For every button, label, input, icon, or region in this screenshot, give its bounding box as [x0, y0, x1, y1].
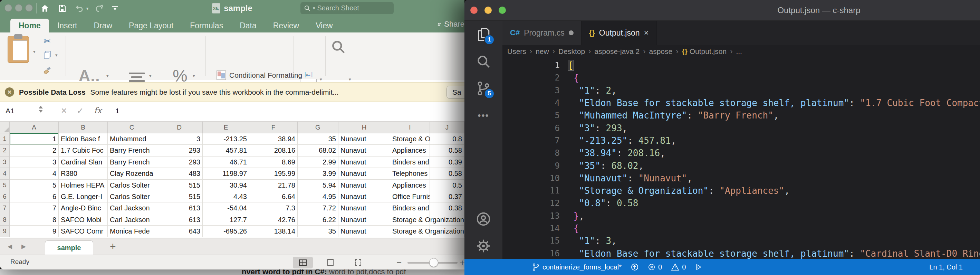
page-break-view-button[interactable] [348, 257, 368, 269]
name-box-stepper[interactable] [39, 106, 43, 113]
cell-J3[interactable]: 0.39 [430, 156, 465, 168]
account-icon[interactable] [475, 211, 492, 227]
cells-dropdown-caret[interactable]: ▾ [320, 77, 322, 82]
cell-F6[interactable]: 6.64 [249, 191, 298, 202]
cell-A3[interactable]: 3 [10, 156, 59, 168]
cell-F5[interactable]: 21.78 [249, 180, 298, 191]
column-header-H[interactable]: H [339, 122, 390, 134]
cell-E3[interactable]: 46.71 [203, 156, 249, 168]
code-line-11[interactable]: 11 "Storage & Organization": "Appliances… [503, 184, 980, 197]
alignment-dropdown-caret[interactable]: ▾ [149, 73, 151, 78]
cell-E4[interactable]: 1198.97 [203, 168, 249, 179]
cell-A5[interactable]: 5 [10, 180, 59, 191]
search-sheet-box[interactable]: ▾ [301, 2, 394, 14]
debug-status-item[interactable] [695, 263, 702, 271]
cell-G7[interactable]: 7.72 [298, 202, 339, 214]
undo-dropdown-caret[interactable]: ▾ [84, 3, 90, 13]
cell-F1[interactable]: 38.94 [249, 134, 298, 145]
cell-B7[interactable]: Angle-D Binc [59, 202, 108, 214]
conditional-formatting-button[interactable]: Conditional Formatting ▾ [216, 70, 308, 80]
cell-H9[interactable]: Nunavut [339, 226, 390, 237]
cancel-icon[interactable]: ✕ [61, 107, 67, 115]
editing-dropdown-caret[interactable]: ▾ [349, 77, 351, 82]
font-dropdown-caret[interactable]: ▾ [107, 73, 109, 78]
cell-I8[interactable]: Storage & Organization [390, 214, 430, 226]
modified-dot-icon[interactable] [569, 30, 574, 35]
code-editor[interactable]: 1[2 {3 "1": 2,4 "Eldon Base for stackabl… [503, 58, 980, 259]
search-input[interactable] [317, 4, 383, 12]
code-line-7[interactable]: 7 "-213.25": 457.81, [503, 134, 980, 147]
cell-D4[interactable]: 483 [156, 168, 203, 179]
save-icon[interactable] [57, 3, 67, 13]
zoom-slider-knob[interactable] [429, 258, 438, 267]
cell-C5[interactable]: Carlos Solter [108, 180, 156, 191]
cell-I9[interactable]: Storage & Organization [390, 226, 430, 237]
insert-function-icon[interactable]: fx [94, 106, 102, 115]
close-window-button[interactable] [5, 4, 12, 12]
search-icon[interactable] [475, 53, 492, 70]
tab-output-json[interactable]: {} Output.json × [582, 21, 657, 45]
cell-A2[interactable]: 2 [10, 145, 59, 156]
close-tab-icon[interactable]: × [644, 28, 649, 38]
cell-G5[interactable]: 5.94 [298, 180, 339, 191]
add-sheet-button[interactable]: + [110, 240, 116, 252]
cell-H5[interactable]: Nunavut [339, 180, 390, 191]
code-line-4[interactable]: 4 "Eldon Base for stackable storage shel… [503, 97, 980, 109]
cell-F9[interactable]: 138.14 [249, 226, 298, 237]
cell-D5[interactable]: 515 [156, 180, 203, 191]
formula-input[interactable]: 1 [115, 107, 119, 115]
cell-C6[interactable]: Carlos Solter [108, 191, 156, 202]
redo-icon[interactable] [94, 3, 104, 13]
minimize-window-button[interactable] [484, 6, 492, 14]
cell-B2[interactable]: 1.7 Cubic Foc [59, 145, 108, 156]
page-layout-view-button[interactable] [320, 257, 340, 269]
code-line-9[interactable]: 9 "35": 68.02, [503, 159, 980, 172]
cell-D2[interactable]: 293 [156, 145, 203, 156]
cell-C7[interactable]: Carl Jackson [108, 202, 156, 214]
cell-A7[interactable]: 7 [10, 202, 59, 214]
cell-B6[interactable]: G.E. Longer-I [59, 191, 108, 202]
cell-A4[interactable]: 4 [10, 168, 59, 179]
code-line-13[interactable]: 13 }, [503, 210, 980, 222]
zoom-out-button[interactable]: − [396, 258, 402, 268]
tab-program-cs[interactable]: C# Program.cs [503, 21, 582, 45]
name-box[interactable]: A1 [6, 107, 14, 115]
breadcrumb-item[interactable]: Users [507, 47, 526, 56]
cell-G1[interactable]: 35 [298, 134, 339, 145]
errors-status-item[interactable]: 0 [648, 263, 662, 271]
minimize-window-button[interactable] [15, 4, 22, 12]
prev-sheet-arrow[interactable]: ◀ [8, 243, 12, 250]
cell-I5[interactable]: Appliances [390, 180, 430, 191]
column-header-C[interactable]: C [108, 122, 156, 134]
cell-F4[interactable]: 195.99 [249, 168, 298, 179]
ribbon-tab-page-layout[interactable]: Page Layout [121, 19, 181, 32]
next-sheet-arrow[interactable]: ▶ [21, 243, 26, 250]
cell-J6[interactable]: 0.37 [430, 191, 465, 202]
zoom-window-button[interactable] [499, 6, 506, 14]
cell-J4[interactable]: 0.58 [430, 168, 465, 179]
sheet-tab-sample[interactable]: sample [45, 240, 93, 255]
zoom-in-button[interactable]: + [460, 258, 465, 268]
editing-icon[interactable] [329, 38, 347, 56]
publish-status-item[interactable] [630, 263, 639, 271]
accept-icon[interactable]: ✓ [77, 106, 84, 116]
ribbon-tab-view[interactable]: View [307, 19, 341, 32]
cell-A6[interactable]: 6 [10, 191, 59, 202]
code-line-16[interactable]: 16 "Eldon Base for stackable storage she… [503, 247, 980, 259]
cell-J1[interactable]: 0.8 [430, 134, 465, 145]
column-header-E[interactable]: E [203, 122, 249, 134]
ribbon-tab-data[interactable]: Data [231, 19, 265, 32]
cell-G2[interactable]: 68.02 [298, 145, 339, 156]
cell-G6[interactable]: 4.95 [298, 191, 339, 202]
column-header-I[interactable]: I [390, 122, 430, 134]
cell-G4[interactable]: 3.99 [298, 168, 339, 179]
cell-D6[interactable]: 515 [156, 191, 203, 202]
cell-E8[interactable]: 127.7 [203, 214, 249, 226]
column-header-A[interactable]: A [10, 122, 59, 134]
row-header-2[interactable]: 2 [0, 145, 10, 156]
breadcrumb-item[interactable]: new [536, 47, 549, 56]
ribbon-tab-home[interactable]: Home [10, 19, 49, 32]
cell-H3[interactable]: Nunavut [339, 156, 390, 168]
spreadsheet-grid[interactable]: ABCDEFGHIJ11Eldon Base fMuhammed3-213.25… [0, 122, 465, 238]
cell-I7[interactable]: Binders and [390, 202, 430, 214]
